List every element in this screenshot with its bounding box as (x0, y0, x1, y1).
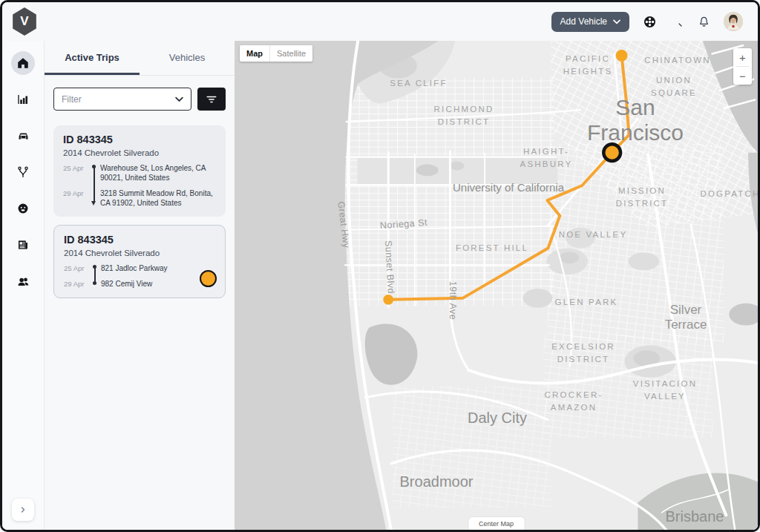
sidebar-item-vehicles[interactable] (11, 124, 35, 148)
trip-start-date: 25 Apr (63, 163, 90, 183)
sidebar-item-routes[interactable] (11, 160, 35, 184)
trip-end-date: 29 Apr (63, 188, 90, 208)
trips-panel: Active Trips Vehicles Filter ID 843345 2 (45, 41, 235, 530)
panel-tabs: Active Trips Vehicles (45, 41, 235, 76)
topbar: V Add Vehicle (2, 2, 758, 41)
map-canvas[interactable]: SEA CLIFFRICHMOND DISTRICTPACIFIC HEIGHT… (235, 41, 758, 530)
sidebar-item-drivers[interactable] (11, 197, 35, 220)
zoom-out-button[interactable]: − (733, 67, 752, 85)
trip-route-layer (235, 41, 758, 530)
search-icon (670, 15, 684, 29)
steering-wheel-icon (642, 14, 658, 30)
filter-placeholder: Filter (62, 94, 82, 105)
expand-sidebar-button[interactable] (12, 499, 34, 521)
add-vehicle-label: Add Vehicle (560, 16, 607, 27)
tab-vehicles[interactable]: Vehicles (140, 41, 235, 75)
map-type-toggle: Map Satellite (240, 45, 312, 62)
bell-icon (697, 15, 711, 29)
steering-wheel-button[interactable] (642, 14, 658, 30)
report-icon (16, 238, 30, 252)
chevron-right-icon (19, 505, 27, 514)
funnel-filter-icon (206, 94, 217, 105)
zoom-control: + − (733, 48, 752, 85)
avatar-photo (724, 12, 743, 31)
trip-card-selected[interactable]: ID 843345 2014 Chevrolet Silverado 25 Ap… (53, 225, 226, 298)
home-icon (16, 56, 30, 70)
route-end-marker (616, 50, 628, 62)
app-logo[interactable]: V (11, 7, 38, 36)
trip-route-line (388, 56, 629, 300)
zoom-in-button[interactable]: + (733, 48, 752, 66)
notifications-button[interactable] (697, 15, 711, 29)
app-logo-letter: V (20, 14, 28, 29)
icon-rail (2, 41, 45, 530)
chevron-down-icon (613, 19, 620, 24)
sidebar-item-home[interactable] (11, 51, 35, 75)
trip-end-address: 982 Cemij View (101, 279, 155, 289)
route-start-marker (383, 295, 393, 305)
trip-timeline (94, 267, 96, 283)
user-avatar[interactable] (724, 12, 743, 31)
tab-active-trips[interactable]: Active Trips (45, 41, 140, 75)
search-button[interactable] (670, 15, 684, 29)
satellite-view-button[interactable]: Satellite (270, 45, 312, 62)
trip-id: ID 843345 (64, 234, 215, 246)
trip-card[interactable]: ID 843345 2014 Chevrolet Silverado 25 Ap… (53, 125, 226, 217)
car-icon (16, 129, 30, 143)
sidebar-item-reports[interactable] (11, 233, 35, 257)
route-branch-icon (16, 165, 30, 179)
trip-start-date: 25 Apr (64, 263, 91, 273)
sidebar-item-customers[interactable] (11, 269, 35, 293)
active-trip-marker (200, 270, 217, 287)
trip-end-date: 29 Apr (64, 279, 91, 289)
bar-chart-icon (16, 93, 30, 106)
trip-list: ID 843345 2014 Chevrolet Silverado 25 Ap… (45, 121, 235, 303)
app-window: V Add Vehicle (0, 0, 760, 532)
users-icon (16, 275, 30, 289)
trip-vehicle: 2014 Chevrolet Silverado (64, 249, 215, 257)
trip-vehicle: 2014 Chevrolet Silverado (63, 148, 216, 157)
trip-id: ID 843345 (63, 134, 216, 145)
center-map-button[interactable]: Center Map (468, 516, 525, 530)
add-vehicle-button[interactable]: Add Vehicle (551, 12, 629, 32)
trip-start-address: 821 Jadloc Parkway (101, 263, 171, 273)
trip-end-address: 3218 Summit Meadow Rd, Bonita, CA 91902,… (100, 188, 216, 208)
sidebar-item-analytics[interactable] (11, 88, 35, 111)
driver-face-icon (16, 202, 30, 215)
trip-timeline (94, 167, 95, 202)
chevron-down-icon (175, 96, 183, 102)
vehicle-position-marker[interactable] (603, 144, 620, 161)
map-view-button[interactable]: Map (240, 45, 269, 62)
filter-dropdown[interactable]: Filter (53, 88, 191, 111)
trip-start-address: Warehouse St, Los Angeles, CA 90021, Uni… (100, 163, 216, 183)
filter-button[interactable] (197, 88, 226, 111)
